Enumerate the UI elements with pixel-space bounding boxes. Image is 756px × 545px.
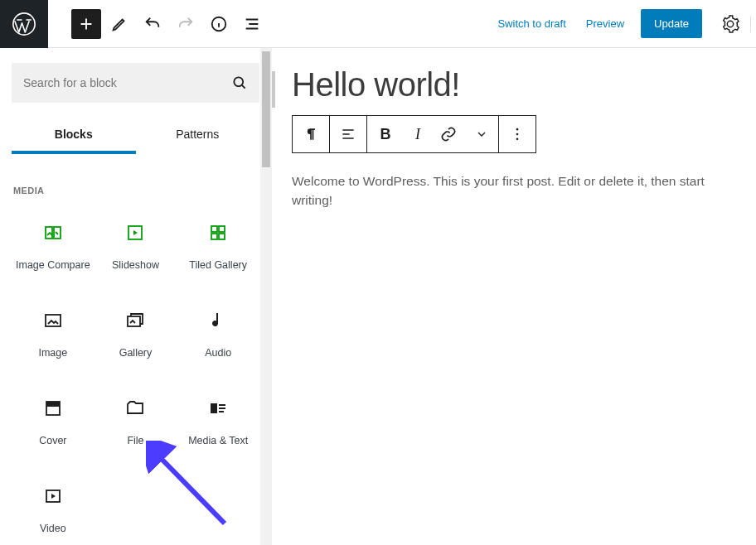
tab-patterns[interactable]: Patterns [136,118,260,154]
redo-icon [177,15,195,33]
toolbar-bold-button[interactable]: B [367,116,404,152]
block-label: Tiled Gallery [189,259,247,272]
kebab-icon [509,126,526,142]
title-selection-handle [272,71,275,108]
pilcrow-icon [303,126,319,142]
editor-canvas[interactable]: Hello world! B I Welcome to WordPress. T… [272,48,756,545]
sidebar-scrollbar[interactable] [260,48,272,545]
search-input[interactable] [23,76,231,89]
svg-point-20 [516,133,519,136]
block-cover[interactable]: Cover [12,383,94,462]
toolbar-italic-button[interactable]: I [404,116,432,152]
svg-point-19 [516,128,519,131]
topbar-right: Switch to draft Preview Update [487,0,756,47]
paragraph-block[interactable]: Welcome to WordPress. This is your first… [292,171,736,210]
info-icon [210,15,228,33]
block-label: Cover [39,435,66,448]
svg-rect-10 [46,315,61,326]
block-label: Audio [205,347,231,360]
outline-button[interactable] [237,9,267,39]
block-label: Media & Text [188,435,248,448]
block-toolbar: B I [292,115,536,153]
post-title-input[interactable]: Hello world! [292,66,736,104]
redo-button [171,9,201,39]
wordpress-icon [12,12,36,36]
block-image[interactable]: Image [12,295,94,374]
svg-rect-6 [211,226,217,232]
tiled-gallery-icon [208,221,228,244]
italic-icon: I [415,126,420,143]
cover-icon [43,397,63,420]
top-toolbar: Switch to draft Preview Update [0,0,756,48]
update-button[interactable]: Update [641,9,702,38]
gear-icon [721,15,739,33]
align-left-icon [340,126,356,142]
block-image-compare[interactable]: Image Compare [12,207,94,287]
block-search[interactable] [12,63,259,103]
video-icon [43,485,63,508]
undo-icon [143,15,162,33]
toolbar-link-button[interactable] [432,116,465,152]
wordpress-logo[interactable] [0,0,48,48]
toolbar-options-button[interactable] [499,116,536,152]
block-audio[interactable]: Audio [177,295,259,374]
block-label: Gallery [119,347,153,360]
block-label: Slideshow [112,259,159,272]
topbar-left [0,0,267,47]
block-tiled-gallery[interactable]: Tiled Gallery [177,207,259,287]
block-label: Video [40,523,66,536]
gallery-icon [125,309,145,332]
image-compare-icon [43,221,63,244]
svg-rect-8 [211,234,217,239]
undo-button[interactable] [138,9,167,39]
block-media-text[interactable]: Media & Text [177,383,259,462]
block-gallery[interactable]: Gallery [94,295,177,374]
svg-rect-17 [219,411,224,412]
audio-icon [208,309,228,332]
block-inserter-sidebar: Blocks Patterns MEDIA Image Compare Slid… [0,48,272,545]
chevron-down-icon [475,128,488,141]
toolbar-paragraph-button[interactable] [293,116,329,152]
block-grid: Image Compare Slideshow Tiled Gallery Im… [12,207,259,545]
svg-rect-15 [219,404,225,406]
svg-point-2 [234,77,243,86]
svg-rect-7 [219,226,225,232]
add-block-button[interactable] [71,9,101,39]
block-label: File [127,435,143,448]
file-icon [125,397,145,420]
inserter-tabs: Blocks Patterns [12,118,259,154]
block-label: Image Compare [16,259,90,272]
edit-button[interactable] [104,9,134,39]
svg-rect-16 [219,408,225,409]
block-video[interactable]: Video [12,470,94,545]
block-label: Image [38,347,67,360]
svg-rect-13 [46,402,60,407]
svg-rect-9 [219,234,225,239]
divider [750,16,751,32]
plus-icon [77,15,95,33]
link-icon [440,126,457,142]
switch-to-draft-link[interactable]: Switch to draft [487,17,575,30]
bold-icon: B [380,126,391,143]
slideshow-icon [125,221,145,244]
search-icon [231,75,248,91]
preview-link[interactable]: Preview [576,17,634,30]
list-outline-icon [243,15,261,33]
info-button[interactable] [204,9,234,39]
pencil-icon [110,15,128,33]
block-slideshow[interactable]: Slideshow [94,207,177,287]
scrollbar-thumb[interactable] [262,51,270,167]
block-file[interactable]: File [94,383,177,462]
media-text-icon [208,397,228,420]
tab-blocks[interactable]: Blocks [12,118,136,154]
settings-button[interactable] [715,9,745,39]
svg-point-21 [516,138,519,141]
svg-rect-14 [211,403,217,413]
section-heading-media: MEDIA [13,186,259,195]
toolbar-align-button[interactable] [330,116,366,152]
toolbar-more-inline-button[interactable] [465,116,498,152]
image-icon [43,309,63,332]
